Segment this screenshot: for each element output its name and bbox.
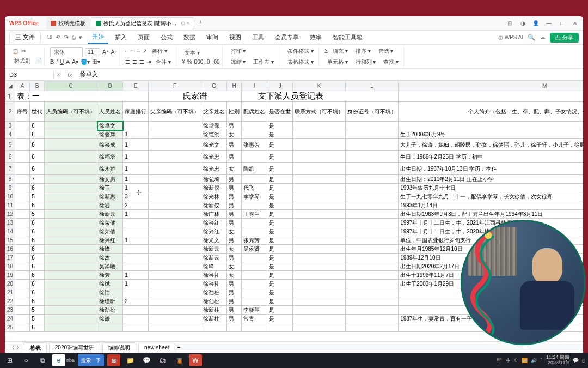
cell-H21[interactable]: 男 xyxy=(227,288,242,297)
cell-A3[interactable] xyxy=(15,122,30,130)
sheet-add[interactable]: + xyxy=(177,345,181,351)
row-header-8[interactable]: 8 xyxy=(5,175,15,184)
cell-H14[interactable]: 女 xyxy=(227,227,242,236)
font-color-icon[interactable]: A▾ xyxy=(72,59,78,65)
cell-L11[interactable] xyxy=(346,201,399,210)
app-orange-icon[interactable]: ▣ xyxy=(173,354,186,366)
cell-D21[interactable]: 徐怡 xyxy=(97,288,123,297)
cell-E13[interactable] xyxy=(123,219,149,227)
cell-G22[interactable]: 徐劲松 xyxy=(201,297,227,306)
cell-D20[interactable]: 徐斌 xyxy=(97,280,123,288)
font-select[interactable]: 宋体 xyxy=(50,47,83,57)
row-header-15[interactable]: 15 xyxy=(5,236,15,245)
cell-H19[interactable]: 女 xyxy=(227,271,242,280)
cell-I9[interactable]: 代飞 xyxy=(242,184,267,192)
cell-B10[interactable]: 5 xyxy=(30,192,45,201)
search-app[interactable]: 搜索一下 xyxy=(78,354,104,366)
row-header-1[interactable]: 1 xyxy=(5,91,15,102)
dec-dec-icon[interactable]: .00 xyxy=(212,59,220,65)
align-bot-icon[interactable]: ⌙ xyxy=(136,48,140,54)
col-header-I[interactable]: I xyxy=(242,81,267,91)
underline-icon[interactable]: U xyxy=(60,59,64,65)
cell-M6[interactable]: 生日：1986年2月25日 学历：初中 xyxy=(399,151,583,163)
row-header-16[interactable]: 16 xyxy=(5,245,15,254)
align-top-icon[interactable]: ⌐ xyxy=(125,48,128,54)
cell-C24[interactable] xyxy=(45,315,97,323)
cell-D8[interactable]: 徐文惠 xyxy=(97,175,123,184)
cell-I8[interactable] xyxy=(242,175,267,184)
cell-D18[interactable]: 吴泽曦 xyxy=(97,262,123,271)
cell-C6[interactable] xyxy=(45,151,97,163)
notification-icon[interactable]: 💬 xyxy=(573,358,579,363)
cell-G16[interactable]: 徐新云 xyxy=(201,245,227,254)
cell-J25[interactable] xyxy=(267,323,293,332)
cell-B14[interactable]: 6 xyxy=(30,227,45,236)
cell-C18[interactable] xyxy=(45,262,97,271)
col-header-G[interactable]: G xyxy=(201,81,227,91)
paste-icon[interactable]: 📋 xyxy=(11,47,19,55)
cell-B8[interactable]: 7 xyxy=(30,175,45,184)
cell-L3[interactable] xyxy=(346,122,399,130)
cell-I22[interactable] xyxy=(242,297,267,306)
cell-A9[interactable] xyxy=(15,184,30,192)
cell-M9[interactable]: 1993年农历九月十七日 xyxy=(399,184,583,192)
row-header-3[interactable]: 3 xyxy=(5,122,15,130)
cell-B5[interactable]: 6 xyxy=(30,139,45,151)
cell-M7[interactable]: 出生日期：1987年10月13日 学历：本科 xyxy=(399,163,583,175)
cell-F23[interactable] xyxy=(149,306,201,315)
border-icon[interactable]: 田▾ xyxy=(92,58,100,66)
row-header-14[interactable]: 14 xyxy=(5,227,15,236)
cell-G8[interactable]: 徐弘琦 xyxy=(201,175,227,184)
cell-D9[interactable]: 徐玉 xyxy=(97,184,123,192)
cell-K7[interactable] xyxy=(293,163,346,175)
cell-G10[interactable]: 徐光林 xyxy=(201,192,227,201)
cell-F15[interactable] xyxy=(149,236,201,245)
cell-L18[interactable] xyxy=(346,262,399,271)
cell-C10[interactable] xyxy=(45,192,97,201)
cell-E25[interactable] xyxy=(123,323,149,332)
menu-page[interactable]: 页面 xyxy=(133,32,154,43)
cell-J7[interactable]: 是 xyxy=(267,163,293,175)
cell-B24[interactable]: 5 xyxy=(30,315,45,323)
explorer-icon[interactable]: 📁 xyxy=(124,354,137,366)
cell-K9[interactable] xyxy=(293,184,346,192)
cell-G15[interactable]: 徐光文 xyxy=(201,236,227,245)
cut-icon[interactable]: ✂ xyxy=(21,48,26,54)
cell-D14[interactable]: 徐荣倩 xyxy=(97,227,123,236)
col-header-C[interactable]: C xyxy=(45,81,97,91)
row-header-7[interactable]: 7 xyxy=(5,163,15,175)
name-box[interactable]: D3 xyxy=(5,71,54,78)
cell-H13[interactable]: 男 xyxy=(227,219,242,227)
cell-A24[interactable] xyxy=(15,315,30,323)
cell-L7[interactable] xyxy=(346,163,399,175)
cell-H7[interactable]: 女 xyxy=(227,163,242,175)
cell-I5[interactable]: 张惠芳 xyxy=(242,139,267,151)
wrap-button[interactable]: 换行 ▾ xyxy=(149,46,170,56)
cell-J14[interactable]: 是 xyxy=(267,227,293,236)
cell-I7[interactable]: 陶凯 xyxy=(242,163,267,175)
cell-A25[interactable] xyxy=(15,323,30,332)
cell-E23[interactable] xyxy=(123,306,149,315)
row-header-23[interactable]: 23 xyxy=(5,306,15,315)
cell-K22[interactable] xyxy=(293,297,346,306)
clock[interactable]: 11:24 周四2023/11/9 xyxy=(546,355,569,366)
cell-C9[interactable] xyxy=(45,184,97,192)
cell-J16[interactable]: 是 xyxy=(267,245,293,254)
cell-B12[interactable]: 5 xyxy=(30,210,45,219)
file-menu[interactable]: 三 文件 xyxy=(9,32,41,43)
align-right-icon[interactable]: ☰ xyxy=(139,59,144,65)
cell-I6[interactable] xyxy=(242,151,267,163)
cell-L16[interactable] xyxy=(346,245,399,254)
cell-M4[interactable]: 生于2000年6月9号 xyxy=(399,130,583,139)
cell-F18[interactable] xyxy=(149,262,201,271)
tray-chevron-icon[interactable]: ˄ xyxy=(540,358,543,363)
cell-F10[interactable] xyxy=(149,192,201,201)
worksheet-button[interactable]: 工作表 ▾ xyxy=(250,57,277,67)
cell-C12[interactable] xyxy=(45,210,97,219)
cell-H10[interactable]: 男 xyxy=(227,192,242,201)
cell-A23[interactable] xyxy=(15,306,30,315)
cell-D11[interactable]: 徐岩 xyxy=(97,201,123,210)
cell-D23[interactable]: 徐劲松 xyxy=(97,306,123,315)
wechat-icon[interactable]: 💬 xyxy=(140,354,153,366)
cell-J12[interactable]: 是 xyxy=(267,210,293,219)
